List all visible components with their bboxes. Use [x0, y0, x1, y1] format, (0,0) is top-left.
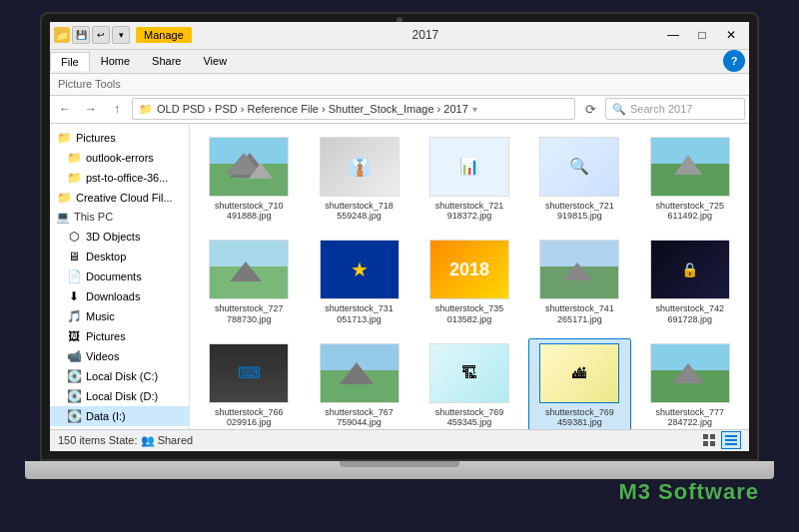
file-item[interactable]: shutterstock_727788730.jpg — [198, 235, 300, 330]
sidebar-this-pc-header[interactable]: 💻 This PC — [50, 208, 189, 227]
sidebar-item-pst[interactable]: 📁 pst-to-office-36... — [50, 168, 189, 188]
sidebar-item-local-disk-c[interactable]: 💽 Local Disk (C:) — [50, 366, 189, 386]
sidebar-item-desktop[interactable]: 🖥 Desktop — [50, 247, 189, 266]
details-view-button[interactable] — [721, 431, 741, 449]
file-name: shutterstock_769459345.jpg — [435, 407, 504, 429]
file-thumbnail — [209, 240, 289, 299]
file-item[interactable]: ⌨ shutterstock_766029916.jpg — [198, 338, 300, 429]
file-thumbnail: 🔍 — [539, 137, 619, 197]
file-grid: shutterstock_710491888.jpg 👔 shutterstoc… — [194, 128, 745, 429]
file-thumbnail — [209, 137, 289, 197]
3d-icon: ⬡ — [66, 230, 82, 244]
folder-icon-title: 📁 — [54, 27, 70, 43]
disk-d-icon: 💽 — [66, 389, 82, 403]
file-thumbnail: 👔 — [320, 137, 400, 197]
svg-rect-4 — [725, 435, 737, 437]
status-bar: 150 items State: 👥 Shared — [50, 429, 749, 451]
file-name: shutterstock_735013582.jpg — [435, 303, 504, 325]
file-explorer: 📁 💾 ↩ ▾ Manage 2017 — □ ✕ File — [50, 22, 749, 451]
file-thumbnail — [650, 343, 730, 403]
file-thumbnail: 🏙 — [539, 343, 619, 403]
video-icon: 📹 — [66, 349, 82, 363]
file-item[interactable]: shutterstock_741265171.jpg — [528, 235, 630, 330]
main-content: 📁 Pictures 📁 outlook-errors 📁 pst-to-off… — [50, 124, 749, 429]
file-name: shutterstock_718559248.jpg — [325, 201, 394, 223]
file-item[interactable]: shutterstock_777284722.jpg — [639, 338, 741, 429]
file-item[interactable]: 🔍 shutterstock_721919815.jpg — [528, 132, 630, 228]
picture-tools-ribbon: Picture Tools — [50, 74, 749, 96]
search-placeholder: Search 2017 — [630, 103, 692, 115]
sidebar-item-label: Pictures — [76, 132, 116, 144]
large-icons-view-button[interactable] — [699, 431, 719, 449]
file-name: shutterstock_777284722.jpg — [656, 407, 725, 429]
file-item[interactable]: 🏙 shutterstock_769459381.jpg — [528, 338, 630, 429]
sidebar-item-label: Local Disk (C:) — [86, 370, 158, 382]
file-name: shutterstock_742691728.jpg — [656, 303, 725, 325]
path-dropdown-icon[interactable]: ▾ — [472, 104, 477, 115]
file-thumbnail: 2018 — [429, 240, 509, 299]
file-item[interactable]: 👔 shutterstock_718559248.jpg — [308, 132, 409, 228]
file-item[interactable]: shutterstock_725611492.jpg — [639, 132, 741, 228]
ribbon-tab-share[interactable]: Share — [141, 51, 192, 71]
up-button[interactable]: ↑ — [106, 98, 128, 120]
ribbon-tab-home[interactable]: Home — [90, 51, 141, 71]
folder-path-icon: 📁 — [139, 103, 153, 116]
file-name: shutterstock_721918372.jpg — [435, 201, 504, 223]
file-item[interactable]: shutterstock_767759044.jpg — [308, 338, 409, 429]
search-box[interactable]: 🔍 Search 2017 — [605, 98, 745, 120]
back-button[interactable]: ← — [54, 98, 76, 120]
shared-icon: 👥 — [141, 434, 155, 447]
sidebar-item-pictures-main[interactable]: 📁 Pictures — [50, 128, 189, 148]
sidebar-item-pictures[interactable]: 🖼 Pictures — [50, 326, 189, 346]
title-bar-left: 📁 💾 ↩ ▾ — [54, 26, 130, 44]
sidebar-item-3d-objects[interactable]: ⬡ 3D Objects — [50, 227, 189, 247]
file-name: shutterstock_710491888.jpg — [215, 201, 284, 223]
ribbon-tab-view[interactable]: View — [192, 51, 238, 71]
file-item[interactable]: 🔒 shutterstock_742691728.jpg — [639, 235, 741, 330]
folder-icon: 📁 — [56, 191, 72, 205]
sidebar-item-creative-cloud[interactable]: 📁 Creative Cloud Fil... — [50, 188, 189, 208]
file-item[interactable]: 🏗 shutterstock_769459345.jpg — [418, 338, 520, 429]
file-thumbnail: 📊 — [429, 137, 509, 197]
file-name: shutterstock_731051713.jpg — [325, 303, 394, 325]
sidebar-item-label: Data (I:) — [86, 410, 126, 422]
sidebar-item-music[interactable]: 🎵 Music — [50, 306, 189, 326]
sidebar-item-data-i[interactable]: 💽 Data (I:) — [50, 406, 189, 426]
sidebar-item-label: Documents — [86, 270, 142, 282]
desktop-icon: 🖥 — [66, 250, 82, 264]
file-grid-container[interactable]: shutterstock_710491888.jpg 👔 shutterstoc… — [190, 124, 749, 429]
sidebar-item-label: Downloads — [86, 290, 140, 302]
quick-access-btn-3[interactable]: ▾ — [112, 26, 130, 44]
this-pc-label: This PC — [74, 211, 113, 223]
quick-access-btn-2[interactable]: ↩ — [92, 26, 110, 44]
manage-tab[interactable]: Manage — [136, 27, 192, 43]
ribbon-tab-file[interactable]: File — [50, 52, 90, 71]
file-item[interactable]: ★ shutterstock_731051713.jpg — [308, 235, 409, 330]
keyboard — [25, 461, 774, 479]
svg-rect-5 — [725, 439, 737, 441]
folder-icon: 📁 — [56, 131, 72, 145]
picture-tools-label: Picture Tools — [58, 78, 121, 90]
file-item[interactable]: shutterstock_710491888.jpg — [198, 132, 300, 228]
sidebar-item-label: 3D Objects — [86, 231, 140, 243]
file-item[interactable]: 2018 shutterstock_735013582.jpg — [418, 235, 520, 330]
sidebar-item-label: Videos — [86, 350, 119, 362]
maximize-button[interactable]: □ — [688, 24, 716, 46]
refresh-button[interactable]: ⟳ — [579, 98, 601, 120]
file-thumbnail: 🏗 — [429, 343, 509, 403]
help-button[interactable]: ? — [723, 50, 745, 72]
sidebar-item-documents[interactable]: 📄 Documents — [50, 266, 189, 286]
close-button[interactable]: ✕ — [717, 24, 745, 46]
quick-access-btn-1[interactable]: 💾 — [72, 26, 90, 44]
sidebar-item-downloads[interactable]: ⬇ Downloads — [50, 286, 189, 306]
window-title: 2017 — [192, 28, 659, 42]
forward-button[interactable]: → — [80, 98, 102, 120]
file-name: shutterstock_725611492.jpg — [656, 201, 725, 223]
sidebar-item-outlook-errors[interactable]: 📁 outlook-errors — [50, 148, 189, 168]
window-controls: — □ ✕ — [659, 24, 745, 46]
sidebar-item-local-disk-d[interactable]: 💽 Local Disk (D:) — [50, 386, 189, 406]
minimize-button[interactable]: — — [659, 24, 687, 46]
sidebar-item-videos[interactable]: 📹 Videos — [50, 346, 189, 366]
file-item[interactable]: 📊 shutterstock_721918372.jpg — [418, 132, 520, 228]
address-path[interactable]: 📁 OLD PSD › PSD › Reference File › Shutt… — [132, 98, 575, 120]
